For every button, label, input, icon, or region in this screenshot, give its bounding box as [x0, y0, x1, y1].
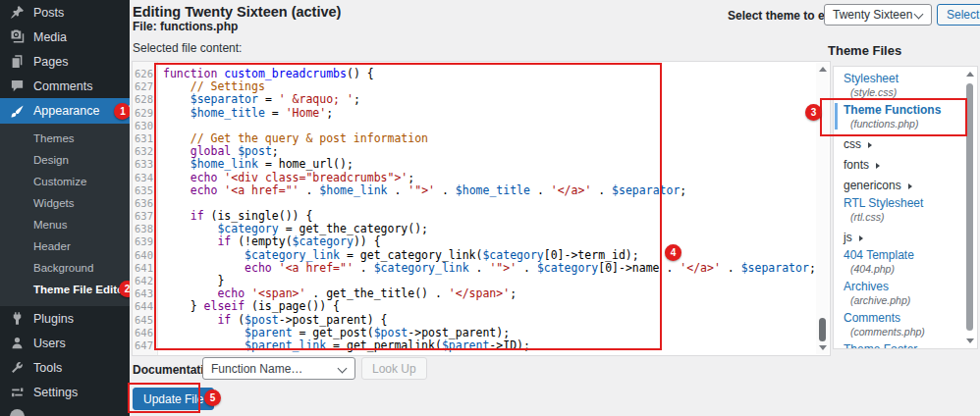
users-icon: [10, 336, 25, 350]
chevron-right-icon: [868, 142, 872, 148]
scroll-down-icon[interactable]: [819, 345, 827, 350]
theme-select-dropdown[interactable]: Twenty Sixteen: [824, 4, 932, 26]
sidebar-item-label: Media: [33, 30, 67, 44]
sidebar-subitem-label: Header: [33, 240, 71, 252]
appearance-submenu: ThemesDesignCustomizeWidgetsMenusHeaderB…: [0, 124, 130, 306]
selected-file-content-label: Selected file content:: [133, 41, 242, 55]
scrollbar-thumb[interactable]: [819, 318, 826, 341]
theme-file-link[interactable]: Theme Functions: [834, 103, 977, 118]
line-number: 643: [133, 287, 157, 300]
scroll-up-icon[interactable]: [966, 72, 974, 77]
sidebar-top-items: PostsMediaPagesComments: [0, 0, 130, 98]
theme-select-value: Twenty Sixteen: [833, 8, 912, 22]
code-editor[interactable]: 6266276286296306316326336346356366376386…: [132, 61, 831, 356]
annotation-badge-3: 3: [805, 104, 822, 121]
theme-file-filename: (functions.php): [834, 118, 977, 130]
theme-file-folder-js[interactable]: js: [834, 228, 977, 248]
line-number: 646: [133, 327, 157, 339]
theme-file-filename: (archive.php): [834, 294, 977, 307]
sidebar-item-pages[interactable]: Pages: [0, 49, 130, 74]
sidebar-subitem-background[interactable]: Background: [0, 257, 130, 279]
theme-file-filename: (rtl.css): [834, 211, 977, 224]
sidebar-item-label: Comments: [33, 79, 92, 93]
appearance-icon: [10, 104, 25, 119]
documentation-dropdown[interactable]: Function Name…: [202, 357, 355, 380]
theme-file-link[interactable]: Theme Footer: [834, 342, 977, 349]
theme-file-link[interactable]: 404 Template: [834, 248, 977, 263]
editor-code-area[interactable]: function custom_breadcrumbs() { // Setti…: [163, 68, 814, 355]
folder-label: genericons: [844, 179, 901, 192]
theme-files-list: Stylesheet(style.css)Theme Functions(fun…: [833, 66, 978, 349]
sidebar-subitem-theme-file-editor[interactable]: Theme File Editor2: [0, 279, 130, 300]
theme-file-item-comments[interactable]: Comments(comments.php): [834, 311, 977, 338]
theme-file-link[interactable]: Stylesheet: [834, 72, 977, 86]
sidebar-subitem-design[interactable]: Design: [0, 149, 130, 171]
sidebar-subitem-label: Theme File Editor: [33, 284, 129, 295]
chevron-right-icon: [859, 235, 863, 241]
sidebar-subitem-menus[interactable]: Menus: [0, 214, 130, 235]
sidebar-subitem-label: Widgets: [33, 197, 75, 209]
update-file-button[interactable]: Update File: [133, 388, 214, 410]
chevron-right-icon: [908, 183, 912, 189]
settings-icon: [10, 385, 25, 399]
theme-file-filename: (404.php): [834, 263, 977, 276]
sidebar-item-label: Appearance: [33, 104, 99, 118]
theme-file-item-rtl-stylesheet[interactable]: RTL Stylesheet(rtl.css): [834, 196, 977, 224]
line-number: 626: [133, 68, 157, 80]
theme-file-folder-css[interactable]: css: [834, 134, 977, 155]
sidebar-subitem-themes[interactable]: Themes: [0, 128, 130, 149]
sidebar-item-plugins[interactable]: Plugins: [0, 306, 130, 331]
theme-file-item-archives[interactable]: Archives(archive.php): [834, 280, 977, 307]
theme-file-folder-genericons[interactable]: genericons: [834, 176, 977, 196]
line-number: 641: [133, 262, 157, 275]
theme-file-item-stylesheet[interactable]: Stylesheet(style.css): [834, 72, 977, 99]
folder-label: fonts: [844, 158, 869, 172]
posts-icon: [10, 5, 25, 20]
theme-file-folder-fonts[interactable]: fonts: [834, 155, 977, 176]
editor-line-numbers: 6266276286296306316326336346356366376386…: [133, 62, 158, 355]
sidebar-subitem-widgets[interactable]: Widgets: [0, 192, 130, 214]
theme-files-scrollbar[interactable]: [963, 68, 976, 347]
sidebar-item-users[interactable]: Users: [0, 331, 130, 355]
code-line: echo '<a href="' . $category_link . '">'…: [163, 262, 814, 275]
media-icon: [10, 29, 25, 44]
line-number: 633: [133, 158, 157, 171]
annotation-badge-5: 5: [204, 390, 221, 406]
sidebar-item-posts[interactable]: Posts: [0, 0, 130, 25]
sidebar-item-settings[interactable]: Settings: [0, 380, 130, 404]
scrollbar-thumb[interactable]: [966, 83, 973, 331]
theme-file-item-404-template[interactable]: 404 Template(404.php): [834, 248, 977, 276]
sidebar-subitem-customize[interactable]: Customize: [0, 171, 130, 192]
current-file-label: File: functions.php: [133, 20, 238, 33]
sidebar-item-partial[interactable]: [0, 404, 130, 416]
line-number: 634: [133, 172, 157, 184]
theme-file-link[interactable]: Comments: [834, 311, 977, 326]
line-number: 645: [133, 314, 157, 327]
sidebar-item-label: Plugins: [33, 312, 74, 326]
scroll-up-icon[interactable]: [819, 67, 827, 72]
line-number: 647: [133, 339, 157, 352]
sidebar-item-label: Posts: [33, 6, 64, 20]
chevron-down-icon: [914, 10, 924, 20]
comments-icon: [10, 78, 25, 93]
theme-file-item-theme-footer[interactable]: Theme Footer: [834, 342, 977, 349]
scroll-down-icon[interactable]: [966, 338, 974, 343]
sidebar-item-label: Tools: [33, 361, 62, 375]
sidebar-item-comments[interactable]: Comments: [0, 74, 130, 98]
sidebar-item-tools[interactable]: Tools: [0, 355, 130, 380]
documentation-dropdown-value: Function Name…: [211, 362, 302, 376]
line-number: 632: [133, 145, 157, 158]
sidebar-subitem-header[interactable]: Header: [0, 235, 130, 257]
theme-file-link[interactable]: RTL Stylesheet: [834, 196, 977, 211]
sidebar-item-media[interactable]: Media: [0, 25, 130, 49]
line-number: 635: [133, 184, 157, 197]
chevron-down-icon: [338, 364, 348, 374]
select-theme-button[interactable]: Select: [937, 4, 980, 26]
theme-file-item-theme-functions[interactable]: Theme Functions(functions.php): [834, 103, 977, 130]
theme-files-items: Stylesheet(style.css)Theme Functions(fun…: [834, 72, 977, 349]
theme-file-link[interactable]: Archives: [834, 280, 977, 294]
sidebar-item-appearance[interactable]: Appearance 1: [0, 98, 130, 124]
line-number: 644: [133, 300, 157, 313]
sidebar-subitem-label: Menus: [33, 219, 68, 231]
code-line: $parent_link = get_permalink($parent->ID…: [163, 339, 814, 352]
